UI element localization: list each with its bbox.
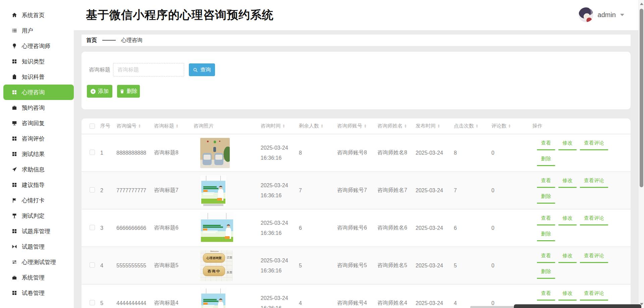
edit-button[interactable]: 修改 <box>558 215 577 225</box>
col-ops: 操作 <box>529 123 631 129</box>
sidebar-item-help-info[interactable]: 求助信息 <box>0 162 74 177</box>
grid-icon <box>11 90 17 95</box>
view-button[interactable]: 查看 <box>537 177 555 188</box>
delete-row-button[interactable]: 删除 <box>537 156 555 166</box>
view-comments-button[interactable]: 查看评论 <box>580 140 608 150</box>
scrollbar-thumb[interactable] <box>640 9 643 187</box>
sidebar-item-psych-test-mgmt[interactable]: 心理测试管理 <box>0 254 74 270</box>
search-icon <box>193 67 198 72</box>
user-menu[interactable]: admin <box>579 7 624 22</box>
sidebar-item-home[interactable]: 系统首页 <box>0 7 74 23</box>
sidebar-item-question-mgmt[interactable]: 试题管理 <box>0 239 74 254</box>
sidebar-item-consult-reply[interactable]: 咨询回复 <box>0 115 74 131</box>
cell-name: 咨询师姓名8 <box>374 149 412 156</box>
row-checkbox[interactable] <box>90 150 95 155</box>
grid-icon <box>11 182 17 188</box>
consult-photo: Welcome 心理咨询室 咨询中 正面 反面 <box>200 250 232 281</box>
sidebar-item-knowledge-type[interactable]: 知识类型 <box>0 54 74 69</box>
view-button[interactable]: 查看 <box>537 215 555 225</box>
sort-icon[interactable]: ▲▼ <box>404 124 407 128</box>
delete-row-button[interactable]: 删除 <box>537 268 555 279</box>
breadcrumb-separator <box>102 40 116 41</box>
edit-button[interactable]: 修改 <box>558 253 577 263</box>
col-seq: 序号 <box>97 123 113 129</box>
cell-seq: 1 <box>97 150 113 156</box>
col-publish: 发布时间▲▼ <box>412 123 450 129</box>
home-icon <box>11 12 17 18</box>
grid-icon <box>11 290 17 296</box>
sidebar-item-knowledge-science[interactable]: 知识科普 <box>0 69 74 85</box>
row-checkbox[interactable] <box>90 187 95 193</box>
row-checkbox[interactable] <box>90 225 95 230</box>
sort-icon[interactable]: ▲▼ <box>364 124 367 128</box>
add-button[interactable]: + 添加 <box>87 85 112 98</box>
cell-title: 咨询标题7 <box>151 187 190 194</box>
col-photo: 咨询照片 <box>190 123 257 129</box>
delete-row-button[interactable]: 删除 <box>537 193 555 204</box>
sidebar-item-consult-review[interactable]: 咨询评价 <box>0 131 74 146</box>
delete-row-button[interactable]: 删除 <box>537 231 555 241</box>
cell-remaining: 6 <box>296 225 334 231</box>
breadcrumb: 首页 心理咨询 <box>82 35 631 46</box>
consult-photo <box>200 138 230 168</box>
sort-icon[interactable]: ▲▼ <box>176 124 178 128</box>
clipboard-icon <box>11 74 17 80</box>
cell-title: 咨询标题8 <box>151 149 190 156</box>
compress-icon <box>11 244 17 250</box>
view-button[interactable]: 查看 <box>537 140 555 150</box>
sidebar-item-test-results[interactable]: 测试结果 <box>0 146 74 162</box>
sidebar-item-question-bank[interactable]: 试题库管理 <box>0 223 74 239</box>
view-button[interactable]: 查看 <box>537 253 555 263</box>
sidebar-item-users[interactable]: 用户 <box>0 23 74 38</box>
cell-comments: 0 <box>488 263 529 269</box>
delete-button[interactable]: 删除 <box>117 85 140 98</box>
sidebar-item-system-mgmt[interactable]: 系统管理 <box>0 270 74 285</box>
edit-button[interactable]: 修改 <box>558 177 577 188</box>
title-search-input[interactable] <box>113 63 184 76</box>
sidebar-item-counselors[interactable]: 心理咨询师 <box>0 38 74 54</box>
row-checkbox[interactable] <box>90 262 95 268</box>
table-row: 4 5555555555 咨询标题5 Welcome 心理咨询室 咨询中 正面 … <box>82 247 631 285</box>
cell-code: 8888888888 <box>113 150 151 156</box>
cell-comments: 0 <box>488 150 529 156</box>
filter-panel: 咨询标题 查询 + 添加 删除 <box>82 52 631 109</box>
cell-account: 咨询师账号4 <box>334 300 374 307</box>
grid-icon <box>11 151 17 157</box>
sort-icon[interactable]: ▲▼ <box>508 124 511 128</box>
select-all-checkbox[interactable] <box>90 123 95 129</box>
main-content: 首页 心理咨询 咨询标题 查询 + 添加 删除 <box>74 30 638 308</box>
view-comments-button[interactable]: 查看评论 <box>580 290 608 301</box>
sidebar-item-advice-guide[interactable]: 建议指导 <box>0 177 74 193</box>
view-comments-button[interactable]: 查看评论 <box>580 177 608 188</box>
cell-code: 4444444444 <box>113 300 151 306</box>
sidebar-item-appointments[interactable]: 预约咨询 <box>0 100 74 115</box>
sort-icon[interactable]: ▲▼ <box>138 124 141 128</box>
paper-plane-icon <box>11 167 17 172</box>
row-checkbox[interactable] <box>90 300 95 305</box>
cell-seq: 2 <box>97 188 113 194</box>
sidebar-item-exam-paper-mgmt[interactable]: 试卷管理 <box>0 285 74 301</box>
edit-button[interactable]: 修改 <box>558 290 577 301</box>
taskbar-hint[interactable] <box>514 304 641 308</box>
sidebar: 系统首页 用户 心理咨询师 知识类型 知识科普 心理咨询 预约咨询 咨询回复 <box>0 0 74 308</box>
scroll-up-arrow[interactable] <box>640 3 643 5</box>
view-comments-button[interactable]: 查看评论 <box>580 215 608 225</box>
sidebar-item-mood-checkin[interactable]: 心情打卡 <box>0 193 74 208</box>
breadcrumb-home[interactable]: 首页 <box>86 37 97 44</box>
consult-photo <box>200 212 234 244</box>
cell-publish: 2025-03-24 <box>412 225 450 231</box>
sort-icon[interactable]: ▲▼ <box>476 124 478 128</box>
edit-button[interactable]: 修改 <box>558 140 577 150</box>
sidebar-item-psych-consult[interactable]: 心理咨询 <box>3 85 74 100</box>
table-row: 3 6666666666 咨询标题6 2025-03-2416:36:16 6 … <box>82 210 631 247</box>
view-comments-button[interactable]: 查看评论 <box>580 253 608 263</box>
sidebar-item-test-judgement[interactable]: 测试判定 <box>0 208 74 223</box>
col-clicks: 点击次数▲▼ <box>450 123 488 129</box>
cell-name: 咨询师姓名4 <box>374 300 412 307</box>
sort-icon[interactable]: ▲▼ <box>282 124 285 128</box>
table-header-row: 序号 咨询编号▲▼ 咨询标题▲▼ 咨询照片 咨询时间▲▼ 剩余人数▲▼ 咨询师账… <box>82 118 631 135</box>
search-button[interactable]: 查询 <box>189 63 215 76</box>
view-button[interactable]: 查看 <box>537 290 555 301</box>
sort-icon[interactable]: ▲▼ <box>437 124 440 128</box>
sort-icon[interactable]: ▲▼ <box>321 124 323 128</box>
